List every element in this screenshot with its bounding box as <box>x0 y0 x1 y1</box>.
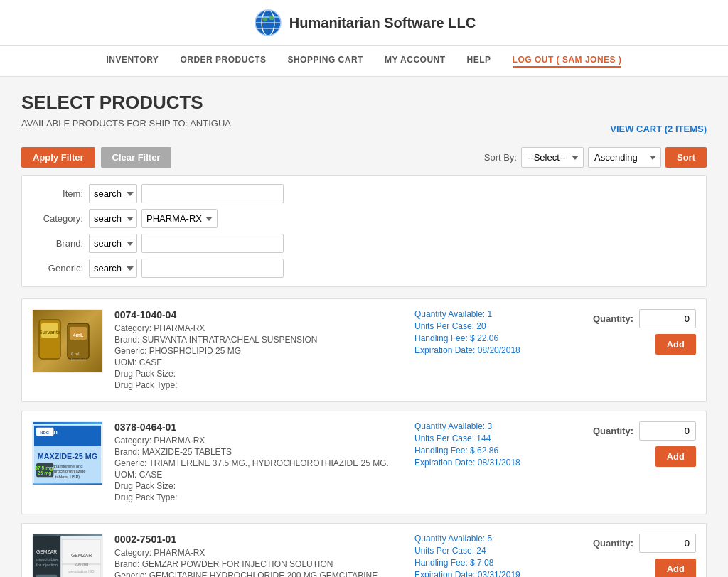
nav-my-account[interactable]: MY ACCOUNT <box>385 55 446 68</box>
nav-help[interactable]: HELP <box>467 55 491 68</box>
product-availability-1: Quantity Available: 1 Units Per Case: 20… <box>414 309 557 357</box>
svg-text:25 mg: 25 mg <box>38 470 52 476</box>
qty-available-1: Quantity Available: 1 <box>414 309 557 319</box>
sort-by-label: Sort By: <box>484 152 517 163</box>
units-per-case-2: Units Per Case: 144 <box>414 433 557 443</box>
quantity-label-3: Quantity: <box>593 538 633 549</box>
product-category-2: Category: PHARMA-RX <box>114 436 403 446</box>
product-id-3: 0002-7501-01 <box>114 534 403 545</box>
product-category-1: Category: PHARMA-RX <box>114 323 403 333</box>
quantity-input-2[interactable] <box>639 421 696 441</box>
units-per-case-1: Units Per Case: 20 <box>414 321 557 331</box>
product-pack-type-1: Drug Pack Type: <box>114 380 403 390</box>
item-search-dropdown[interactable]: search <box>89 184 137 203</box>
sort-order-select[interactable]: Ascending Descending <box>588 147 661 168</box>
product-generic-1: Generic: PHOSPHOLIPID 25 MG <box>114 346 403 356</box>
table-row: Survanta 4mL 6 mL beractant 0074-1040-04… <box>21 298 707 402</box>
filter-row-brand: Brand: search <box>33 234 695 253</box>
controls-row: Apply Filter Clear Filter Sort By: --Sel… <box>21 147 707 168</box>
brand-search-dropdown[interactable]: search <box>89 234 137 253</box>
clear-filter-button[interactable]: Clear Filter <box>101 147 172 168</box>
handling-fee-2: Handling Fee: $ 62.86 <box>414 446 557 455</box>
svg-text:gemcitabine: gemcitabine <box>36 557 59 561</box>
table-row: GEMZAR gemcitabine for injection 200 mg … <box>21 523 707 577</box>
svg-text:gemcitabine HCI: gemcitabine HCI <box>69 569 95 573</box>
nav-order-products[interactable]: ORDER PRODUCTS <box>180 55 266 68</box>
product-pack-size-1: Drug Pack Size: <box>114 369 403 379</box>
nav-inventory[interactable]: INVENTORY <box>107 55 159 68</box>
product-id-2: 0378-0464-01 <box>114 421 403 433</box>
svg-text:4mL: 4mL <box>73 333 84 338</box>
logo: Humanitarian Software LLC <box>252 7 476 38</box>
globe-icon <box>252 7 284 38</box>
qty-row-1: Quantity: <box>593 309 696 328</box>
apply-filter-button[interactable]: Apply Filter <box>21 147 95 168</box>
svg-text:GEMZAR: GEMZAR <box>71 553 92 558</box>
svg-text:GEMZAR: GEMZAR <box>36 549 57 554</box>
expiration-date-1: Expiration Date: 08/20/2018 <box>414 345 557 355</box>
filter-area: Item: search Category: search PHARMA-RX … <box>21 175 707 287</box>
item-search-select[interactable]: search <box>90 185 136 203</box>
nav-shopping-cart[interactable]: SHOPPING CART <box>287 55 363 68</box>
generic-search-input[interactable] <box>141 259 284 278</box>
table-row: Mylan NDC MAXZIDE-25 MG (triamterene and… <box>21 411 707 514</box>
quantity-input-3[interactable] <box>639 534 696 553</box>
page-title: SELECT PRODUCTS <box>21 92 707 114</box>
product-brand-2: Brand: MAXZIDE-25 TABLETS <box>114 447 403 457</box>
quantity-input-1[interactable] <box>639 309 696 328</box>
add-button-2[interactable]: Add <box>655 446 696 467</box>
product-id-1: 0074-1040-04 <box>114 309 403 320</box>
expiration-date-3: Expiration Date: 03/31/2019 <box>414 570 557 577</box>
maxzide-image-svg: Mylan NDC MAXZIDE-25 MG (triamterene and… <box>33 424 102 484</box>
generic-search-dropdown[interactable]: search <box>89 259 137 278</box>
product-image-survanta: Survanta 4mL 6 mL beractant <box>32 309 103 373</box>
svg-text:200 mg: 200 mg <box>75 562 89 566</box>
product-availability-3: Quantity Available: 5 Units Per Case: 24… <box>414 534 557 577</box>
product-image-maxzide: Mylan NDC MAXZIDE-25 MG (triamterene and… <box>32 421 103 485</box>
units-per-case-3: Units Per Case: 24 <box>414 546 557 556</box>
sort-by-select[interactable]: --Select-- Item Category Brand <box>521 147 584 168</box>
qty-row-3: Quantity: <box>593 534 696 553</box>
category-search-select[interactable]: search <box>90 210 136 227</box>
svg-text:Survanta: Survanta <box>39 330 60 335</box>
generic-search-select[interactable]: search <box>90 259 136 277</box>
svg-text:6 mL: 6 mL <box>71 352 81 356</box>
handling-fee-3: Handling Fee: $ 7.08 <box>414 558 557 568</box>
sort-button[interactable]: Sort <box>665 147 707 168</box>
gemzar-image-svg: GEMZAR gemcitabine for injection 200 mg … <box>33 536 102 578</box>
app-title: Humanitarian Software LLC <box>289 14 476 31</box>
item-filter-label: Item: <box>33 188 83 199</box>
add-button-1[interactable]: Add <box>655 334 696 355</box>
product-quantity-area-1: Quantity: Add <box>568 309 696 355</box>
product-uom-2: UOM: CASE <box>114 470 403 480</box>
brand-search-input[interactable] <box>141 234 284 253</box>
product-list: Survanta 4mL 6 mL beractant 0074-1040-04… <box>21 298 707 577</box>
svg-text:MAXZIDE-25 MG: MAXZIDE-25 MG <box>38 451 97 460</box>
brand-filter-label: Brand: <box>33 238 83 249</box>
product-details-1: 0074-1040-04 Category: PHARMA-RX Brand: … <box>114 309 403 392</box>
item-search-input[interactable] <box>141 184 284 203</box>
brand-search-select[interactable]: search <box>90 234 136 252</box>
qty-row-2: Quantity: <box>593 421 696 441</box>
category-search-dropdown[interactable]: search <box>89 209 137 228</box>
header: Humanitarian Software LLC <box>0 0 728 46</box>
svg-text:beractant: beractant <box>71 357 86 362</box>
product-availability-2: Quantity Available: 3 Units Per Case: 14… <box>414 421 557 470</box>
product-details-3: 0002-7501-01 Category: PHARMA-RX Brand: … <box>114 534 403 577</box>
svg-rect-34 <box>36 574 57 577</box>
nav-logout[interactable]: LOG OUT ( SAM JONES ) <box>513 55 622 68</box>
product-brand-1: Brand: SURVANTA INTRATRACHEAL SUSPENSION <box>114 335 403 345</box>
svg-text:37.5 mg/: 37.5 mg/ <box>35 465 55 470</box>
product-brand-3: Brand: GEMZAR POWDER FOR INJECTION SOLUT… <box>114 559 403 569</box>
view-cart-link[interactable]: VIEW CART (2 ITEMS) <box>610 124 707 134</box>
product-generic-2: Generic: TRIAMTERENE 37.5 MG., HYDROCHLO… <box>114 458 403 468</box>
add-button-3[interactable]: Add <box>655 559 696 577</box>
expiration-date-2: Expiration Date: 08/31/2018 <box>414 458 557 468</box>
quantity-label-1: Quantity: <box>593 313 633 324</box>
svg-text:tablets, USP): tablets, USP) <box>55 475 80 479</box>
quantity-label-2: Quantity: <box>593 426 633 436</box>
category-value-select[interactable]: PHARMA-RX ALL <box>141 209 218 228</box>
product-quantity-area-2: Quantity: Add <box>568 421 696 467</box>
generic-filter-label: Generic: <box>33 263 83 274</box>
category-filter-label: Category: <box>33 213 83 224</box>
